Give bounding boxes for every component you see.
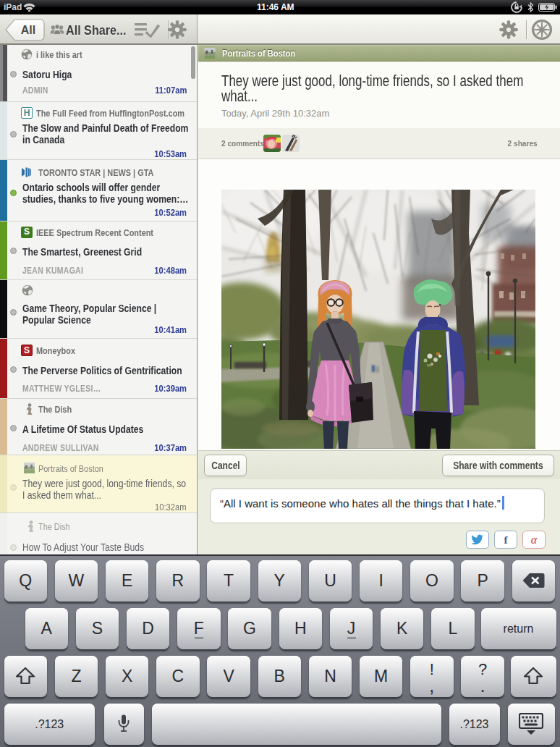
svg-text:All: All (21, 24, 35, 36)
